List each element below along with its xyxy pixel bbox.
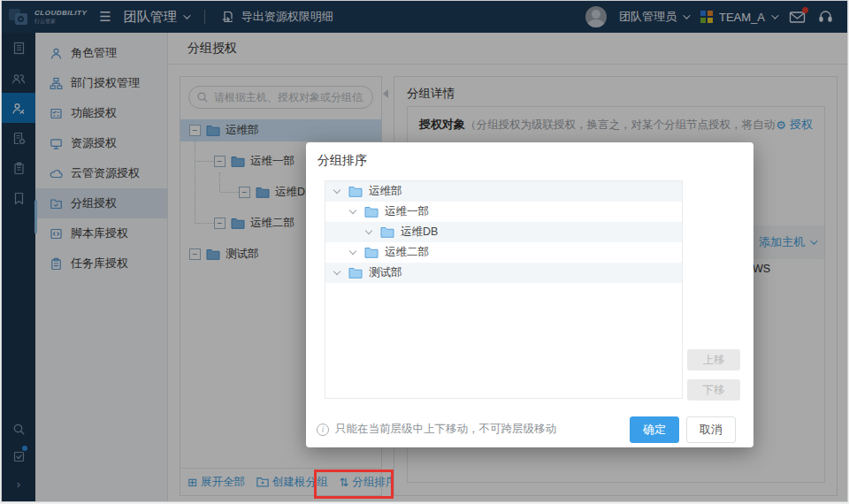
modal-hint: i 只能在当前层级中上下移动，不可跨层级移动 <box>317 422 556 437</box>
modal-tree-node-ceshibu[interactable]: 测试部 <box>325 263 682 283</box>
modal-tree-node-yunwei-db[interactable]: 运维DB <box>325 222 682 242</box>
modal-tree-node-label: 测试部 <box>369 265 402 280</box>
info-icon: i <box>317 424 329 436</box>
modal-tree-node-yunwei-yibu[interactable]: 运维一部 <box>325 202 682 222</box>
modal-tree-node-label: 运维二部 <box>385 245 429 260</box>
move-up-button[interactable]: 上移 <box>687 349 740 370</box>
folder-icon <box>364 206 379 218</box>
modal-tree-node-yunweibu[interactable]: 运维部 <box>325 181 682 202</box>
folder-icon <box>348 186 363 197</box>
modal-sort-tree: 运维部 运维一部 运维DB 运维二部 <box>325 180 683 399</box>
cancel-button[interactable]: 取消 <box>686 416 736 443</box>
modal-tree-node-label: 运维一部 <box>385 204 429 219</box>
modal-hint-text: 只能在当前层级中上下移动，不可跨层级移动 <box>335 422 556 437</box>
chevron-down-icon[interactable] <box>349 207 356 214</box>
chevron-down-icon[interactable] <box>333 187 340 194</box>
chevron-down-icon[interactable] <box>333 268 340 275</box>
modal-tree-node-label: 运维部 <box>369 184 402 199</box>
folder-icon <box>380 226 394 238</box>
modal-tree-node-label: 运维DB <box>401 225 438 240</box>
modal-title: 分组排序 <box>317 153 367 169</box>
chevron-down-icon[interactable] <box>349 248 356 255</box>
chevron-down-icon[interactable] <box>365 227 372 234</box>
move-down-button[interactable]: 下移 <box>687 379 740 401</box>
folder-icon <box>364 247 379 258</box>
group-sort-modal: 分组排序 运维部 运维一部 运维DB <box>306 142 753 447</box>
confirm-button[interactable]: 确定 <box>630 416 679 443</box>
folder-icon <box>348 267 363 279</box>
app-window: CLOUDBILITY 行云管家 ☰ 团队管理 导出资源权限明细 团队管理员 <box>1 0 848 502</box>
modal-tree-node-yunwei-erbu[interactable]: 运维二部 <box>325 242 682 263</box>
